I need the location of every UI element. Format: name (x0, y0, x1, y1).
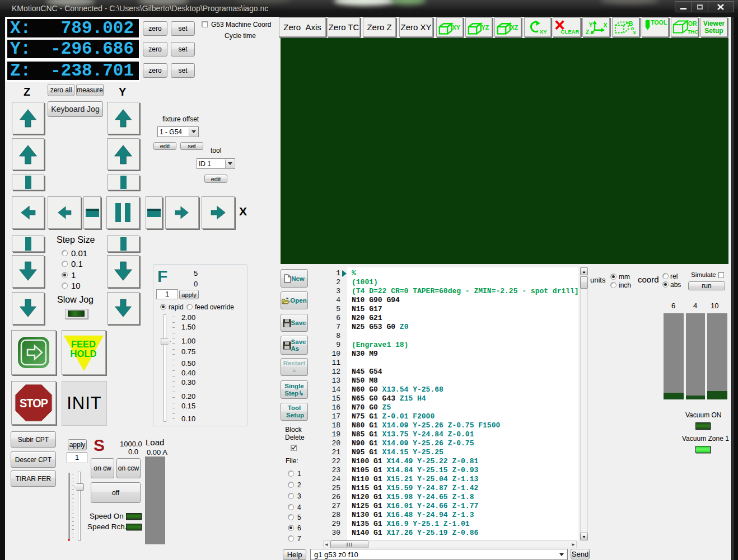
svg-text:STOP: STOP (20, 396, 48, 410)
svg-text:HOLD: HOLD (71, 349, 97, 359)
svg-text:XZ: XZ (511, 24, 519, 31)
svg-text:x: x (633, 29, 636, 35)
svg-text:CLEAR: CLEAR (560, 29, 579, 35)
svg-text:Z: Z (586, 29, 590, 35)
svg-text:X: X (603, 22, 607, 29)
svg-text:THC: THC (688, 29, 698, 35)
svg-text:OR: OR (688, 20, 697, 27)
svg-text:XY: XY (540, 29, 547, 35)
svg-text:YZ: YZ (482, 24, 489, 31)
svg-text:XY: XY (452, 24, 460, 31)
svg-text:Y: Y (589, 21, 593, 28)
svg-text:TOOL: TOOL (651, 19, 667, 26)
